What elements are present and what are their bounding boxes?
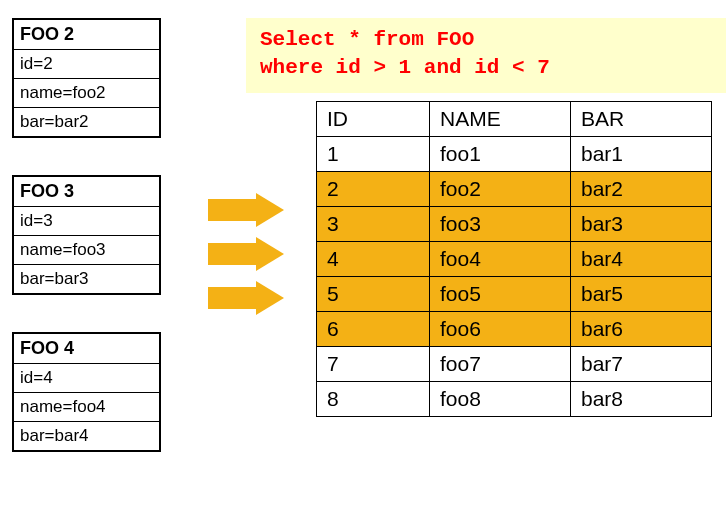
- col-header-id: ID: [317, 102, 430, 137]
- cell-name: foo4: [430, 242, 571, 277]
- arrow-icon: [208, 281, 288, 315]
- cell-id: 8: [317, 382, 430, 417]
- object-id-line: id=2: [14, 50, 159, 79]
- cell-name: foo3: [430, 207, 571, 242]
- cell-id: 7: [317, 347, 430, 382]
- cell-bar: bar5: [571, 277, 712, 312]
- cell-id: 2: [317, 172, 430, 207]
- object-box-foo2: FOO 2 id=2 name=foo2 bar=bar2: [12, 18, 161, 138]
- cell-bar: bar4: [571, 242, 712, 277]
- cell-id: 4: [317, 242, 430, 277]
- cell-bar: bar3: [571, 207, 712, 242]
- cell-name: foo1: [430, 137, 571, 172]
- table-row: 3 foo3 bar3: [317, 207, 712, 242]
- table-body: 1 foo1 bar1 2 foo2 bar2 3 foo3 bar3 4 fo…: [317, 137, 712, 417]
- table-row: 4 foo4 bar4: [317, 242, 712, 277]
- arrow-icon: [208, 193, 288, 227]
- col-header-bar: BAR: [571, 102, 712, 137]
- object-box-foo3: FOO 3 id=3 name=foo3 bar=bar3: [12, 175, 161, 295]
- cell-name: foo6: [430, 312, 571, 347]
- cell-name: foo8: [430, 382, 571, 417]
- sql-line-1: Select * from FOO: [260, 28, 474, 51]
- arrow-icon: [208, 237, 288, 271]
- object-bar-line: bar=bar3: [14, 265, 159, 293]
- cell-name: foo7: [430, 347, 571, 382]
- cell-id: 5: [317, 277, 430, 312]
- cell-name: foo2: [430, 172, 571, 207]
- cell-bar: bar2: [571, 172, 712, 207]
- object-bar-line: bar=bar2: [14, 108, 159, 136]
- object-title: FOO 4: [14, 334, 159, 364]
- table-row: 2 foo2 bar2: [317, 172, 712, 207]
- sql-query-box: Select * from FOO where id > 1 and id < …: [246, 18, 726, 93]
- cell-bar: bar6: [571, 312, 712, 347]
- cell-id: 6: [317, 312, 430, 347]
- table-row: 5 foo5 bar5: [317, 277, 712, 312]
- cell-bar: bar7: [571, 347, 712, 382]
- cell-bar: bar8: [571, 382, 712, 417]
- object-title: FOO 2: [14, 20, 159, 50]
- object-bar-line: bar=bar4: [14, 422, 159, 450]
- cell-name: foo5: [430, 277, 571, 312]
- table-row: 7 foo7 bar7: [317, 347, 712, 382]
- object-name-line: name=foo3: [14, 236, 159, 265]
- object-box-foo4: FOO 4 id=4 name=foo4 bar=bar4: [12, 332, 161, 452]
- table-row: 8 foo8 bar8: [317, 382, 712, 417]
- table-header-row: ID NAME BAR: [317, 102, 712, 137]
- table-row: 1 foo1 bar1: [317, 137, 712, 172]
- cell-id: 1: [317, 137, 430, 172]
- sql-line-2: where id > 1 and id < 7: [260, 56, 550, 79]
- cell-bar: bar1: [571, 137, 712, 172]
- cell-id: 3: [317, 207, 430, 242]
- object-id-line: id=3: [14, 207, 159, 236]
- results-table: ID NAME BAR 1 foo1 bar1 2 foo2 bar2 3 fo…: [316, 101, 712, 417]
- col-header-name: NAME: [430, 102, 571, 137]
- object-title: FOO 3: [14, 177, 159, 207]
- object-name-line: name=foo4: [14, 393, 159, 422]
- table-row: 6 foo6 bar6: [317, 312, 712, 347]
- object-id-line: id=4: [14, 364, 159, 393]
- object-name-line: name=foo2: [14, 79, 159, 108]
